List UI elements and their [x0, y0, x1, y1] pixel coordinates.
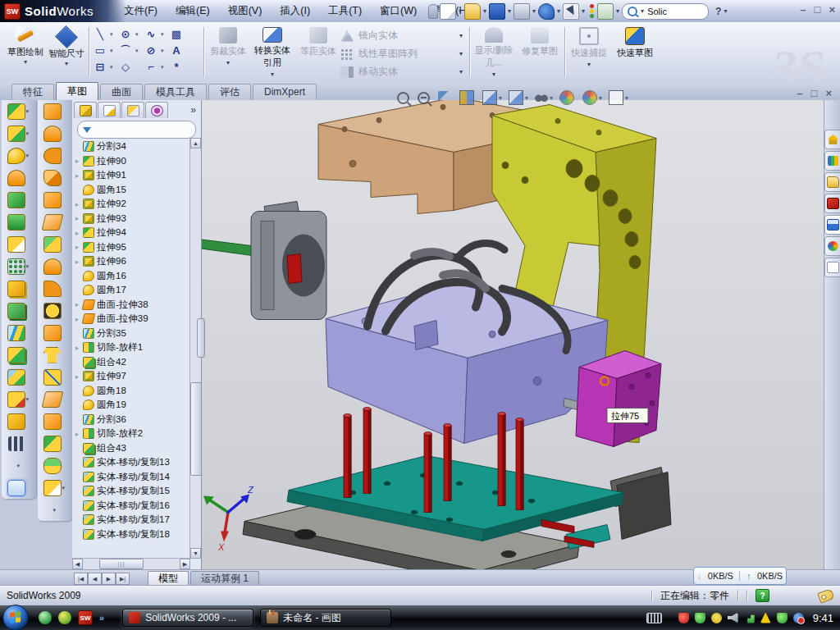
sketch-entity-button[interactable]: ▭	[92, 43, 108, 57]
feature-tree-item[interactable]: 实体-移动/复制18	[74, 527, 189, 542]
feature-tool-button[interactable]	[2, 211, 36, 233]
scroll-left-button[interactable]: ◀	[72, 559, 83, 569]
feature-tree-item[interactable]: 实体-移动/复制14	[74, 470, 189, 485]
feature-tree-item[interactable]: ▸ 拉伸92	[74, 197, 189, 212]
menu-item[interactable]: 文件(F)	[115, 4, 167, 18]
doc-minimize-button[interactable]: –	[797, 87, 802, 99]
feature-tree-item[interactable]: ▸ 拉伸93	[74, 212, 189, 226]
hud-button[interactable]: ▾	[582, 90, 603, 105]
solidworks-content-tab[interactable]	[824, 194, 840, 213]
tree-filter-box[interactable]	[77, 121, 196, 139]
search-box[interactable]: ▾ Solic	[622, 3, 709, 20]
help-button[interactable]: ?	[710, 6, 721, 17]
antivirus-tray-icon[interactable]	[678, 613, 689, 623]
pattern-stack-button[interactable]: 移动实体 ▾	[340, 65, 463, 79]
surface-tool-button[interactable]	[38, 277, 72, 299]
sketch-entity-button[interactable]: ▩	[168, 27, 185, 41]
expand-arrow[interactable]: ▸	[74, 171, 80, 180]
injector-assembly[interactable]	[202, 202, 326, 320]
messenger-icon[interactable]	[39, 611, 52, 624]
feature-tree-item[interactable]: ▸ 切除-放样1	[74, 340, 189, 355]
file-explorer-tab[interactable]	[824, 172, 840, 192]
sketch-entity-button[interactable]: A	[168, 43, 185, 57]
hud-button[interactable]	[418, 92, 432, 104]
model-tab[interactable]: 运动算例 1	[190, 571, 259, 585]
hud-button[interactable]	[459, 90, 477, 105]
taskbar-window-button[interactable]: SolidWorks 2009 - ...	[122, 609, 253, 627]
resources-tab[interactable]	[824, 130, 840, 149]
design-tree-tab[interactable]	[74, 102, 97, 118]
close-button[interactable]: ×	[829, 3, 835, 16]
feature-tree-item[interactable]: 组合43	[74, 441, 189, 456]
quick-tips-icon[interactable]: ?	[756, 589, 769, 602]
feature-tree-item[interactable]: ▸ 拉伸91	[74, 168, 189, 183]
sketch-entity-button[interactable]: ∿	[143, 27, 159, 41]
surface-tool-button[interactable]	[38, 122, 72, 144]
pin-icon[interactable]	[428, 4, 438, 19]
feature-tree-item[interactable]: 圆角17	[74, 283, 189, 298]
appearances-tab[interactable]	[824, 236, 840, 256]
feature-tool-button[interactable]: ▾	[2, 388, 36, 410]
surface-tool-button[interactable]	[38, 167, 72, 189]
view-palette-tab[interactable]	[824, 215, 840, 235]
network-tray-icon[interactable]	[744, 613, 755, 623]
tag-icon[interactable]	[817, 588, 834, 603]
surface-tool-button[interactable]	[38, 211, 72, 233]
update-blocked-tray-icon[interactable]	[793, 613, 804, 623]
feature-tree-item[interactable]: 实体-移动/复制15	[74, 484, 189, 499]
surface-tool-button[interactable]	[38, 100, 72, 122]
hud-button[interactable]: ▾	[482, 90, 503, 105]
expand-arrow[interactable]: ▸	[74, 430, 80, 438]
expand-arrow[interactable]: ▸	[74, 214, 80, 222]
feature-tool-button[interactable]	[2, 189, 36, 211]
panel-chevron[interactable]: »	[190, 104, 199, 116]
surface-tool-button[interactable]: ▾	[38, 499, 72, 521]
start-button[interactable]	[2, 605, 29, 630]
ribbon-tab[interactable]: DimXpert	[253, 84, 317, 100]
sketch-entity-button[interactable]: ◇	[117, 60, 134, 74]
feature-tree-item[interactable]: 分割35	[74, 326, 189, 341]
feature-tree-item[interactable]: 分割34	[74, 139, 189, 154]
feature-tool-button[interactable]: ▾	[2, 454, 36, 477]
feature-tool-button[interactable]	[2, 277, 36, 299]
sketch-button[interactable]: 草图绘制 ▾	[5, 25, 46, 78]
menu-item[interactable]: 窗口(W)	[371, 4, 426, 18]
expand-arrow[interactable]: ▸	[74, 300, 80, 308]
save-button[interactable]	[489, 3, 505, 20]
quick-snaps-button[interactable]: 快速捕捉 ▾	[568, 25, 610, 78]
sketch-entity-button[interactable]: ⊙	[117, 27, 134, 41]
surface-tool-button[interactable]	[38, 144, 72, 167]
open-button[interactable]	[464, 3, 481, 20]
doc-close-button[interactable]: ×	[825, 87, 832, 99]
expand-arrow[interactable]: ▸	[74, 157, 80, 165]
print-button[interactable]	[514, 3, 530, 20]
hscroll-thumb[interactable]: |||	[99, 559, 144, 569]
ribbon-tab[interactable]: 评估	[208, 84, 251, 100]
expand-arrow[interactable]: ▸	[74, 315, 80, 323]
ribbon-tab[interactable]: 特征	[11, 84, 54, 100]
feature-tool-button[interactable]	[2, 410, 36, 432]
scroll-right-button[interactable]: ▶	[180, 559, 190, 569]
feature-tool-button[interactable]	[2, 366, 36, 388]
feature-tool-button[interactable]: ▾	[2, 100, 36, 122]
surface-tool-button[interactable]	[38, 322, 72, 344]
feature-tree-item[interactable]: 分割36	[74, 413, 189, 427]
surface-tool-button[interactable]	[38, 410, 72, 432]
minimize-button[interactable]: –	[800, 3, 806, 16]
tree-horizontal-scrollbar[interactable]: ◀ ||| ▶	[72, 558, 190, 569]
restore-button[interactable]: □	[815, 3, 821, 16]
feature-tree-item[interactable]: ▸ 切除-放样2	[74, 427, 189, 441]
expand-arrow[interactable]: ▸	[74, 243, 80, 251]
surface-tool-button[interactable]	[38, 255, 72, 277]
network-speed-widget[interactable]: ↓ 0KB/S ↑ 0KB/S	[693, 567, 787, 585]
custom-properties-tab[interactable]	[824, 258, 840, 277]
expand-arrow[interactable]: ▸	[74, 200, 80, 208]
new-document-button[interactable]	[440, 3, 456, 20]
sketch-entity-button[interactable]: ⌐	[143, 60, 159, 74]
sketch-entity-button[interactable]: ⌒	[117, 43, 134, 57]
feature-tool-button[interactable]	[2, 432, 36, 454]
badge-tray-icon[interactable]	[711, 613, 722, 623]
menu-item[interactable]: 工具(T)	[319, 4, 371, 18]
quick-launch-chevron[interactable]: »	[99, 613, 104, 623]
surface-tool-button[interactable]	[38, 344, 72, 366]
